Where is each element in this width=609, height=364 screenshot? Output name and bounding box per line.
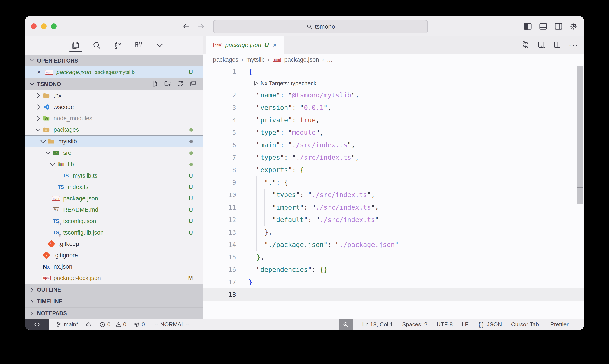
- chevron-right-icon[interactable]: [34, 103, 42, 111]
- code-line-9[interactable]: 9 ".": {: [203, 176, 584, 189]
- formatter-status[interactable]: Prettier: [548, 321, 569, 328]
- tree-item-mytslib-ts[interactable]: TSmytslib.tsU: [25, 170, 203, 181]
- code-line-4[interactable]: 4 "private": true,: [203, 114, 584, 126]
- tree-item--gitkeep[interactable]: ⑂.gitkeep: [25, 238, 203, 250]
- explorer-icon[interactable]: [71, 39, 81, 52]
- chevron-down-icon[interactable]: [49, 160, 57, 168]
- code-line-2[interactable]: 2 "name": "@tsmono/mytslib",: [203, 89, 584, 101]
- git-status-badge: U: [189, 69, 193, 76]
- tree-item-node-modules[interactable]: JSnode_modules: [25, 113, 203, 124]
- code-line-3[interactable]: 3 "version": "0.0.1",: [203, 101, 584, 114]
- ports-status[interactable]: 0: [134, 321, 145, 328]
- code-line-11[interactable]: 11 "import": "./src/index.ts",: [203, 201, 584, 213]
- command-center-search[interactable]: tsmono: [213, 20, 428, 33]
- breadcrumb-item[interactable]: …: [327, 56, 333, 63]
- chevron-down-icon[interactable]: [155, 39, 165, 52]
- chevron-down-icon[interactable]: [39, 137, 47, 145]
- collapse-all-icon[interactable]: [189, 80, 196, 88]
- publish-status[interactable]: [86, 322, 92, 328]
- zoom-indicator[interactable]: [339, 319, 353, 330]
- back-arrow-icon[interactable]: [182, 22, 191, 30]
- language-mode[interactable]: {} JSON: [478, 321, 502, 328]
- code-line-8[interactable]: 8 "exports": {: [203, 164, 584, 176]
- open-editors-label: OPEN EDITORS: [37, 58, 78, 64]
- eol-status[interactable]: LF: [462, 321, 468, 328]
- code-line-15[interactable]: 15 },: [203, 251, 584, 263]
- code-line-7[interactable]: 7 "types": "./src/index.ts",: [203, 151, 584, 164]
- sidebar-section-timeline[interactable]: TIMELINE: [25, 296, 203, 307]
- vim-mode-indicator[interactable]: -- NORMAL --: [155, 321, 190, 328]
- tree-item-nx-json[interactable]: Nxnx.json: [25, 261, 203, 272]
- workspace-header[interactable]: TSMONO: [25, 78, 203, 90]
- code-line-18[interactable]: 18: [203, 288, 584, 301]
- sidebar-section-notepads[interactable]: NOTEPADS: [25, 307, 203, 319]
- git-status-badge: U: [189, 207, 193, 213]
- source-control-icon[interactable]: [113, 39, 123, 52]
- open-editors-header[interactable]: OPEN EDITORS: [25, 55, 203, 66]
- tree-item-lib[interactable]: lib: [25, 159, 203, 170]
- indentation-status[interactable]: Spaces: 2: [402, 321, 428, 328]
- npm-icon: npm: [52, 195, 60, 202]
- compare-changes-icon[interactable]: [521, 40, 530, 50]
- cursor-tab-status[interactable]: Cursor Tab: [511, 321, 539, 328]
- chevron-down-icon[interactable]: [44, 149, 52, 157]
- maximize-window-button[interactable]: [51, 23, 57, 29]
- minimize-window-button[interactable]: [41, 23, 47, 29]
- close-window-button[interactable]: [31, 23, 37, 29]
- breadcrumb-item[interactable]: package.json: [284, 56, 319, 63]
- code-line-13[interactable]: 13 },: [203, 226, 584, 238]
- gear-icon[interactable]: [570, 22, 578, 31]
- scrollbar-thumb[interactable]: [577, 66, 583, 187]
- remote-indicator[interactable]: [25, 319, 49, 330]
- toggle-primary-sidebar-icon[interactable]: [523, 22, 532, 31]
- tree-item-package-lock-json[interactable]: npmpackage-lock.jsonM: [25, 272, 203, 284]
- code-line-6[interactable]: 6 "main": "./src/index.ts",: [203, 139, 584, 151]
- search-icon[interactable]: [92, 39, 102, 52]
- tree-item-index-ts[interactable]: TSindex.tsU: [25, 181, 203, 193]
- code-line-14[interactable]: 14 "./package.json": "./package.json": [203, 238, 584, 251]
- sidebar-section-outline[interactable]: OUTLINE: [25, 284, 203, 296]
- code-line-10[interactable]: 10 "types": "./src/index.ts",: [203, 189, 584, 201]
- new-file-icon[interactable]: [151, 80, 158, 88]
- code-line-17[interactable]: 17}: [203, 276, 584, 288]
- tree-item-tsconfig-json[interactable]: TS⚙tsconfig.jsonU: [25, 215, 203, 227]
- tree-item-mytslib[interactable]: mytslib: [25, 135, 203, 147]
- code-line-12[interactable]: 12 "default": "./src/index.ts": [203, 213, 584, 226]
- breadcrumb-item[interactable]: packages: [213, 56, 238, 63]
- tree-item--vscode[interactable]: .vscode: [25, 101, 203, 113]
- tree-item-package-json[interactable]: npmpackage.jsonU: [25, 193, 203, 204]
- toggle-secondary-sidebar-icon[interactable]: [554, 22, 563, 31]
- tree-item-tsconfig-lib-json[interactable]: TS⚙tsconfig.lib.jsonU: [25, 227, 203, 238]
- code-line-1[interactable]: 1{: [203, 65, 584, 78]
- code-line-16[interactable]: 16 "dependencies": {}: [203, 263, 584, 276]
- code-line-5[interactable]: 5 "type": "module",: [203, 126, 584, 139]
- tree-item--nx[interactable]: .nx: [25, 90, 203, 101]
- code-editor[interactable]: 1{Nx Targets: typecheck2 "name": "@tsmon…: [203, 65, 584, 319]
- tree-item-readme-md[interactable]: M↓README.mdU: [25, 204, 203, 215]
- npm-icon: npm: [42, 274, 51, 282]
- refresh-icon[interactable]: [177, 80, 184, 88]
- chevron-right-icon[interactable]: [34, 114, 42, 122]
- problems-status[interactable]: 0 0: [99, 321, 126, 328]
- tree-item--gitignore[interactable]: ⑂.gitignore: [25, 250, 203, 261]
- extensions-icon[interactable]: [134, 39, 144, 52]
- open-editor-item[interactable]: × npm package.json packages/mytslib U: [25, 66, 203, 78]
- tree-item-packages[interactable]: packages: [25, 124, 203, 135]
- close-icon[interactable]: ×: [273, 41, 277, 49]
- breadcrumb-item[interactable]: mytslib: [246, 56, 265, 63]
- git-branch-status[interactable]: main*: [56, 321, 78, 328]
- new-folder-icon[interactable]: [164, 80, 171, 88]
- close-icon[interactable]: ×: [37, 68, 41, 76]
- codelens-nx-targets[interactable]: Nx Targets: typecheck: [203, 78, 584, 89]
- toggle-panel-icon[interactable]: [539, 22, 547, 31]
- encoding-status[interactable]: UTF-8: [437, 321, 453, 328]
- split-editor-icon[interactable]: [553, 40, 561, 50]
- cursor-position[interactable]: Ln 18, Col 1: [362, 321, 393, 328]
- chevron-right-icon[interactable]: [34, 92, 42, 100]
- tree-item-src[interactable]: </>src: [25, 147, 203, 159]
- forward-arrow-icon[interactable]: [197, 22, 205, 30]
- scrollbar-thumb[interactable]: [577, 187, 583, 204]
- open-preview-icon[interactable]: [537, 40, 545, 50]
- chevron-down-icon[interactable]: [34, 126, 42, 134]
- tab-package-json[interactable]: npm package.json U ×: [206, 36, 284, 54]
